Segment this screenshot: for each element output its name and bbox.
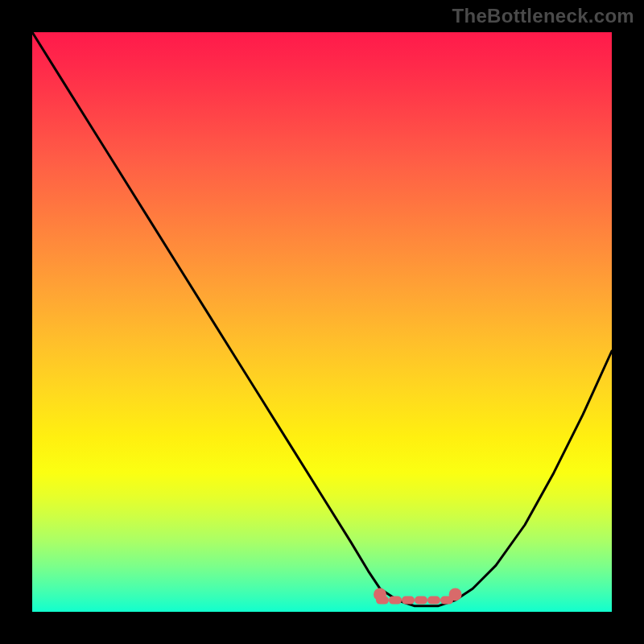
chart-container: TheBottleneck.com xyxy=(0,0,644,644)
watermark-text: TheBottleneck.com xyxy=(452,5,634,27)
gradient-background xyxy=(32,32,612,612)
plot-area xyxy=(32,32,612,612)
